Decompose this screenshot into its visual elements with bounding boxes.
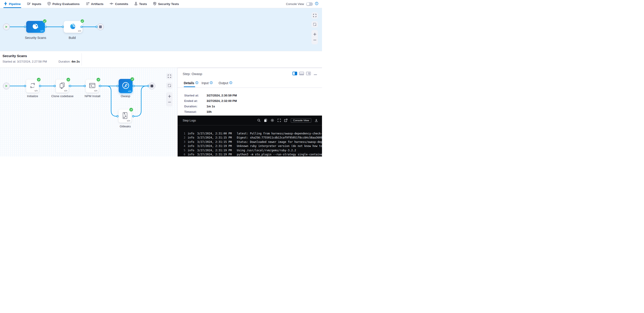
zoom-in-button[interactable] xyxy=(312,31,318,37)
port[interactable] xyxy=(24,85,26,87)
active-tab-underline xyxy=(184,86,195,87)
step-graph-canvas[interactable]: </> </> </> xyxy=(0,68,178,156)
console-view-button[interactable]: Console View xyxy=(291,118,311,123)
copy-icon[interactable] xyxy=(264,119,267,122)
step-node-owasp[interactable]: </> xyxy=(119,79,132,93)
port[interactable] xyxy=(147,85,150,87)
marquee-select-button[interactable] xyxy=(312,21,318,27)
tab-inputs[interactable]: Inputs xyxy=(27,0,42,8)
log-timestamp: 3/27/2024, 2:31:15 PM xyxy=(197,140,233,144)
tab-input[interactable]: Input xyxy=(202,81,213,85)
step-start-node[interactable] xyxy=(3,83,10,89)
tab-policy-evaluations[interactable]: Policy Evaluations xyxy=(47,0,80,8)
step-node-npm-install[interactable]: </> xyxy=(86,79,98,93)
step-label-npm-install[interactable]: NPM Install xyxy=(84,94,100,98)
stage-graph-canvas[interactable]: </> </> Security Scans Build xyxy=(0,8,322,51)
port[interactable] xyxy=(62,26,64,28)
tab-pipeline[interactable]: Pipeline xyxy=(4,0,21,8)
stage-canvas-controls xyxy=(312,12,318,44)
tab-artifacts[interactable]: Artifacts xyxy=(86,0,104,8)
detail-label: Started at: xyxy=(184,94,206,97)
port[interactable] xyxy=(84,85,86,87)
log-message: Status: Downloaded newer image for harne… xyxy=(237,140,322,144)
tab-output[interactable]: Output xyxy=(218,81,232,85)
info-icon[interactable] xyxy=(196,81,198,85)
fullscreen-icon[interactable] xyxy=(278,119,281,122)
port[interactable] xyxy=(24,26,26,28)
log-line: 4 info 3/27/2024, 2:31:19 PM Unknown rub… xyxy=(183,144,322,148)
log-message: latest: Pulling from harness/owasp-depen… xyxy=(237,131,322,136)
plus-icon xyxy=(313,33,316,36)
minimize-panel-icon[interactable] xyxy=(314,72,317,76)
tab-label: Security Tests xyxy=(158,2,179,6)
stage-node-security-scans[interactable]: </> xyxy=(26,21,45,33)
step-node-clone-codebase[interactable]: </> xyxy=(56,79,68,93)
port[interactable] xyxy=(69,85,71,87)
divider xyxy=(82,53,82,66)
step-label-initialize[interactable]: Initialize xyxy=(27,94,38,98)
port[interactable] xyxy=(96,26,98,28)
zoom-out-button[interactable] xyxy=(312,37,318,43)
shield-check-icon xyxy=(47,2,51,6)
marquee-select-button[interactable] xyxy=(166,82,172,89)
tab-tests[interactable]: Tests xyxy=(134,0,147,8)
settings-gear-icon[interactable] xyxy=(270,118,274,122)
success-badge xyxy=(80,19,84,23)
port[interactable] xyxy=(45,26,47,28)
tab-label: Input xyxy=(202,81,208,85)
info-icon[interactable] xyxy=(229,81,232,85)
fit-to-screen-button[interactable] xyxy=(312,12,318,19)
stage-label-build[interactable]: Build xyxy=(68,36,76,39)
console-view-toggle[interactable] xyxy=(306,2,313,6)
ci-stage-icon xyxy=(32,22,40,31)
log-timestamp: 3/27/2024, 2:31:19 PM xyxy=(197,144,233,148)
info-icon[interactable] xyxy=(315,2,318,6)
log-lines[interactable]: 1 info 3/27/2024, 2:31:00 PM latest: Pul… xyxy=(178,126,322,156)
search-icon[interactable] xyxy=(257,119,260,122)
step-label-gitleaks[interactable]: Gitleaks xyxy=(120,125,131,128)
stage-label-security-scans[interactable]: Security Scans xyxy=(25,36,46,39)
panel-view-controls xyxy=(292,72,317,76)
port[interactable] xyxy=(116,115,119,117)
download-icon[interactable] xyxy=(315,119,318,122)
layout-floating-panel-icon[interactable] xyxy=(306,72,311,76)
step-end-node[interactable] xyxy=(148,83,155,89)
tab-details[interactable]: Details xyxy=(184,81,198,85)
zoom-out-button[interactable] xyxy=(166,99,172,105)
port[interactable] xyxy=(99,85,101,87)
log-message: Digest: sha256:7755011cdb13caf9f95051f8c… xyxy=(237,136,322,140)
tab-security-tests[interactable]: Security Tests xyxy=(153,0,179,8)
step-label-owasp[interactable]: Owasp xyxy=(121,94,130,98)
info-icon[interactable] xyxy=(210,81,213,85)
tab-commits[interactable]: Commits xyxy=(110,0,128,8)
detail-label: Timeout: xyxy=(184,110,206,113)
layout-right-panel-icon[interactable] xyxy=(292,72,297,76)
stage-node-build[interactable]: </> xyxy=(64,21,82,33)
detail-value: 3/27/2024, 2:32:00 PM xyxy=(206,99,237,103)
stage-end-node[interactable] xyxy=(97,23,104,30)
clone-codebase-icon xyxy=(58,82,66,90)
fit-to-screen-button[interactable] xyxy=(166,73,172,79)
port[interactable] xyxy=(80,26,83,28)
log-timestamp: 3/27/2024, 2:31:19 PM xyxy=(197,148,233,152)
port[interactable] xyxy=(133,85,135,87)
port[interactable] xyxy=(132,115,134,117)
port[interactable] xyxy=(116,85,119,87)
stop-icon xyxy=(99,25,102,28)
success-badge xyxy=(130,77,134,81)
port[interactable] xyxy=(54,85,56,87)
open-in-new-icon[interactable] xyxy=(284,119,288,122)
marquee-icon xyxy=(168,84,171,87)
code-glyph: </> xyxy=(94,90,97,92)
port[interactable] xyxy=(39,85,41,87)
step-node-gitleaks[interactable]: </> xyxy=(119,109,132,123)
detail-row-started-at: Started at:3/27/2024, 2:30:59 PM xyxy=(184,94,237,97)
success-badge xyxy=(96,78,100,81)
zoom-in-button[interactable] xyxy=(166,93,172,99)
step-label-clone-codebase[interactable]: Clone codebase xyxy=(51,94,74,98)
log-message: python3 -m sto_plugin --run-strategy sin… xyxy=(237,152,322,156)
step-node-initialize[interactable]: </> xyxy=(26,79,39,93)
layout-bottom-panel-icon[interactable] xyxy=(299,72,304,76)
stage-start-node[interactable] xyxy=(3,23,10,30)
stage-summary: Security Scans Started at: 3/27/2024, 2:… xyxy=(0,51,322,68)
